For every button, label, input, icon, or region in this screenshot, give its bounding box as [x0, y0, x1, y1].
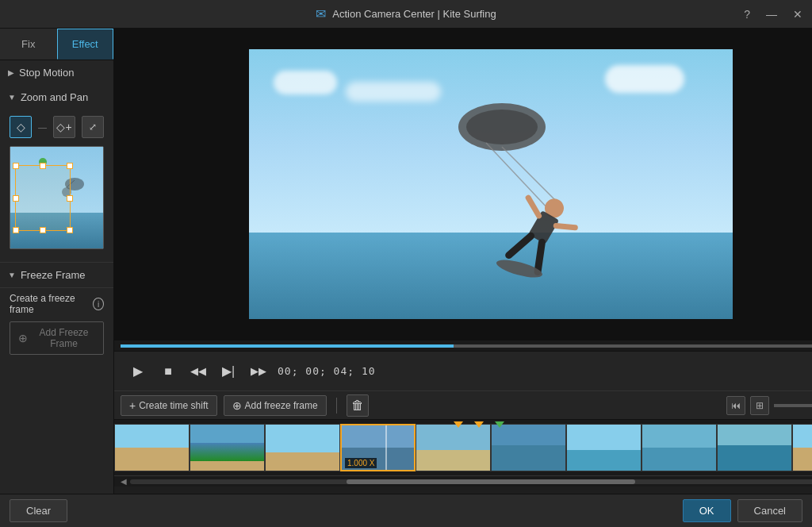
video-frame	[249, 49, 733, 319]
skip-start-button[interactable]: ⏮	[726, 396, 745, 415]
fast-forward-button[interactable]: ▶▶	[247, 360, 270, 383]
timeline-right-controls: ⏮ ⊞ ⊟	[726, 396, 812, 415]
film-thumb-7[interactable]	[566, 424, 642, 471]
freeze-description: Create a freeze frame i	[10, 293, 104, 315]
filmstrip: 1.000 X	[114, 420, 812, 475]
handle-br[interactable]	[67, 227, 73, 233]
add-freeze-plus-icon: ⊕	[18, 332, 28, 344]
kite-surfer-image	[439, 103, 661, 286]
zoom-pan-content: ◇ — ◇+ ⤢	[0, 110, 113, 259]
add-freeze-frame-tl-button[interactable]: ⊕ Add freeze frame	[224, 395, 327, 416]
progress-fill	[121, 344, 454, 348]
diamond-plus-btn[interactable]: ◇+	[53, 116, 75, 138]
handle-tl[interactable]	[13, 163, 19, 169]
progress-track[interactable]	[121, 344, 812, 348]
svg-line-11	[508, 231, 530, 260]
panel-content: ▶ Stop Motion ▼ Zoom and Pan ◇ — ◇+	[0, 60, 113, 494]
svg-line-5	[502, 147, 561, 206]
stop-motion-arrow: ▶	[8, 68, 14, 77]
right-area: ▶ ■ ◀◀ ▶| ▶▶ 00; 00; 04; 10 ⚙	[114, 29, 812, 494]
zoom-pan-arrow: ▼	[8, 93, 16, 102]
handle-tr[interactable]	[67, 163, 73, 169]
film-thumb-8[interactable]	[642, 424, 717, 471]
ok-button[interactable]: OK	[683, 499, 731, 522]
timeline-toolbar: + Create time shift ⊕ Add freeze frame 🗑…	[114, 391, 812, 420]
scroll-left-arrow[interactable]: ◀	[117, 477, 130, 486]
film-thumb-1[interactable]	[114, 424, 190, 471]
svg-line-6	[486, 143, 550, 210]
playback-bar: ▶ ■ ◀◀ ▶| ▶▶ 00; 00; 04; 10 ⚙	[114, 351, 812, 390]
freeze-section-content: Create a freeze frame i ⊕ Add Freeze Fra…	[0, 287, 113, 364]
window-controls: ? — ✕	[741, 0, 806, 28]
main-area: Fix Effect ▶ Stop Motion ▼ Zoom and Pan	[0, 29, 812, 494]
rewind-button[interactable]: ◀◀	[187, 360, 209, 383]
diamond-minus-btn[interactable]: ◇	[10, 116, 32, 138]
play-button[interactable]: ▶	[127, 360, 149, 383]
film-thumb-3[interactable]	[265, 424, 340, 471]
timeline-scroll[interactable]: ◀ ▶	[114, 475, 812, 487]
start-marker	[454, 421, 463, 428]
timeline-marker-area	[454, 421, 504, 428]
film-thumb-6[interactable]	[491, 424, 566, 471]
handle-mr[interactable]	[67, 195, 73, 202]
tab-fix[interactable]: Fix	[0, 29, 57, 60]
stop-motion-section[interactable]: ▶ Stop Motion	[0, 60, 113, 85]
bottom-bar: Clear OK Cancel	[0, 494, 812, 527]
cancel-button[interactable]: Cancel	[737, 499, 802, 522]
zoom-controls-row: ◇ — ◇+ ⤢	[10, 116, 104, 138]
film-thumb-9[interactable]	[717, 424, 792, 471]
freeze-frame-section[interactable]: ▼ Freeze Frame	[0, 262, 113, 287]
stop-motion-label: Stop Motion	[19, 67, 74, 79]
tab-effect[interactable]: Effect	[57, 29, 114, 60]
freeze-marker	[495, 421, 504, 428]
svg-line-10	[556, 219, 575, 235]
expand-btn[interactable]: ⤢	[82, 116, 104, 138]
create-timeshift-button[interactable]: + Create time shift	[121, 395, 217, 416]
title-bar: ✉ Action Camera Center | Kite Surfing ? …	[0, 0, 812, 29]
stop-button[interactable]: ■	[157, 360, 179, 383]
pan-selection-box[interactable]	[15, 165, 71, 231]
small-grid-button[interactable]: ⊞	[750, 396, 769, 415]
pan-preview[interactable]	[10, 146, 104, 249]
help-button[interactable]: ?	[741, 6, 753, 22]
zoom-and-pan-section[interactable]: ▼ Zoom and Pan	[0, 85, 113, 110]
svg-point-4	[466, 110, 538, 144]
zoom-slider[interactable]	[774, 404, 812, 407]
freeze-frame-label: Freeze Frame	[21, 269, 86, 281]
toolbar-separator	[336, 398, 337, 414]
handle-bm[interactable]	[40, 227, 46, 233]
speed-label: 1.000 X	[345, 458, 377, 468]
film-thumb-10[interactable]	[792, 424, 812, 471]
add-freeze-frame-button[interactable]: ⊕ Add Freeze Frame	[10, 321, 104, 355]
handle-ml[interactable]	[13, 195, 19, 202]
close-button[interactable]: ✕	[790, 6, 806, 22]
scroll-track[interactable]	[130, 479, 812, 484]
tab-bar: Fix Effect	[0, 29, 113, 60]
left-panel: Fix Effect ▶ Stop Motion ▼ Zoom and Pan	[0, 29, 114, 494]
zoom-pan-label: Zoom and Pan	[21, 91, 88, 103]
info-icon[interactable]: i	[93, 298, 104, 310]
delete-button[interactable]: 🗑	[347, 394, 369, 417]
timeline-area: + Create time shift ⊕ Add freeze frame 🗑…	[114, 390, 812, 494]
video-preview	[114, 29, 812, 340]
progress-bar[interactable]	[114, 340, 812, 351]
scroll-thumb[interactable]	[347, 479, 635, 484]
end-marker	[474, 421, 484, 428]
film-thumb-4-selected[interactable]: 1.000 X	[340, 424, 416, 471]
film-thumb-2[interactable]	[190, 424, 265, 471]
handle-bl[interactable]	[13, 227, 19, 233]
minimize-button[interactable]: —	[763, 6, 780, 22]
time-display: 00; 00; 04; 10	[278, 365, 376, 377]
freeze-frame-arrow: ▼	[8, 271, 16, 279]
film-thumb-5[interactable]	[416, 424, 491, 471]
clear-button[interactable]: Clear	[10, 499, 67, 522]
app-title: ✉ Action Camera Center | Kite Surfing	[316, 6, 496, 21]
step-forward-button[interactable]: ▶|	[217, 360, 239, 383]
app-icon: ✉	[316, 6, 326, 21]
handle-tm[interactable]	[40, 163, 46, 169]
